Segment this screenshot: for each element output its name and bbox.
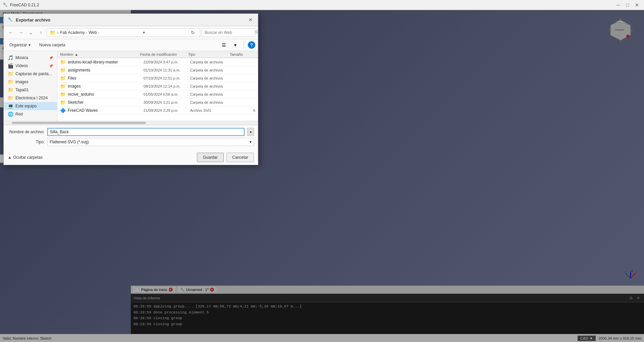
file-dialog: 🔧 Exportar archivo ✕ ← → ⌄ ↑ 📁 « Fab Aca… (3, 13, 258, 165)
window-controls: ─ □ ✕ (614, 1, 641, 9)
breadcrumb-sep-3: › (98, 31, 100, 35)
col-header-date[interactable]: Fecha de modificación (140, 52, 188, 56)
nav-back-button[interactable]: ← (6, 28, 15, 37)
file-date-3: 08/10/2024 12:14 p.m. (144, 84, 190, 88)
hide-folders-label: Ocultar carpetas (13, 155, 43, 160)
file-row[interactable]: 🔷 FreeCAD Waves 21/09/2024 2:29 p.m. Arc… (57, 106, 258, 114)
organize-label: Organizar (9, 43, 27, 47)
filetype-select[interactable]: Flattened SVG (*.svg) ▾ (47, 138, 254, 146)
file-type-6: Archivo SVG (190, 108, 230, 112)
file-icon-1: 📁 (60, 67, 66, 73)
dialog-close-button[interactable]: ✕ (247, 16, 254, 23)
sidebar-videos-label: Vídeos (15, 63, 47, 68)
file-row[interactable]: 📁 images 08/10/2024 12:14 p.m. Carpeta d… (57, 82, 258, 90)
file-icon-4: 📁 (60, 92, 66, 97)
dialog-overlay: 🔧 Exportar archivo ✕ ← → ⌄ ↑ 📁 « Fab Aca… (0, 10, 644, 342)
music-pin: 📌 (49, 56, 53, 60)
help-button[interactable]: ? (248, 41, 255, 49)
sidebar-red-label: Red (15, 112, 53, 116)
col-header-name[interactable]: Nombre ▲ (60, 52, 140, 56)
file-date-0: 22/09/2024 3:47 p.m. (144, 60, 190, 64)
file-date-6: 21/09/2024 2:29 p.m. (144, 108, 190, 112)
file-list: Nombre ▲ Fecha de modificación Tipo Tama… (57, 51, 258, 121)
file-row[interactable]: 📁 Sketcher 30/09/2024 1:21 p.m. Carpeta … (57, 98, 258, 106)
breadcrumb-fab-academy[interactable]: Fab Academy (60, 30, 85, 35)
horizontal-scrollbar[interactable] (4, 121, 258, 125)
new-folder-label: Nueva carpeta (39, 43, 65, 47)
file-name-5: Sketcher (68, 100, 144, 105)
search-icon: 🔍 (255, 30, 260, 35)
hide-folders-toggle[interactable]: ▲ Ocultar carpetas (8, 155, 43, 160)
search-bar: 🔍 (202, 28, 255, 37)
images-icon: 📁 (8, 79, 13, 85)
maximize-button[interactable]: □ (623, 1, 632, 9)
file-type-0: Carpeta de archivos (190, 60, 230, 64)
cancel-button[interactable]: Cancelar (226, 153, 254, 162)
file-name-2: Files (68, 76, 144, 81)
file-row[interactable]: 📁 Files 07/10/2024 12:51 p.m. Carpeta de… (57, 74, 258, 82)
file-type-2: Carpeta de archivos (190, 76, 230, 80)
filename-dropdown[interactable]: ▾ (247, 128, 254, 136)
sidebar-item-capturas[interactable]: 📁 Capturas de panta... (4, 70, 57, 78)
equipo-icon: 💻 (8, 103, 13, 109)
nav-up-button[interactable]: ↑ (37, 28, 45, 37)
videos-icon: 🎬 (8, 63, 13, 68)
col-header-size[interactable]: Tamaño (230, 52, 255, 56)
sidebar-item-music[interactable]: 🎵 Música 📌 (4, 54, 57, 62)
breadcrumb-web[interactable]: Web (89, 30, 97, 35)
filetype-dropdown-icon: ▾ (250, 140, 252, 144)
breadcrumb[interactable]: 📁 « Fab Academy › Web › ▾ ↻ (47, 28, 200, 37)
breadcrumb-sep-2: › (86, 31, 88, 35)
file-name-1: assignments (68, 68, 144, 72)
dialog-footer: ▲ Ocultar carpetas Guardar Cancelar (4, 151, 258, 165)
sidebar-item-videos[interactable]: 🎬 Vídeos 📌 (4, 62, 57, 70)
new-folder-button[interactable]: Nueva carpeta (36, 41, 68, 49)
sidebar-item-tapa[interactable]: 📁 Tapa01 (4, 86, 57, 94)
file-date-1: 01/10/2024 11:31 a.m. (144, 68, 190, 72)
sidebar-tapa-label: Tapa01 (15, 88, 53, 92)
capturas-icon: 📁 (8, 71, 13, 77)
dialog-title-icon: 🔧 (8, 17, 13, 22)
nav-dropdown-button[interactable]: ⌄ (26, 28, 35, 37)
sidebar-item-images[interactable]: 📁 images (4, 78, 57, 86)
organize-button[interactable]: Organizar ▾ (6, 41, 34, 49)
file-name-3: images (68, 84, 144, 89)
file-type-4: Carpeta de archivos (190, 92, 230, 96)
breadcrumb-expand[interactable]: ▾ (143, 30, 145, 35)
sidebar-item-equipo[interactable]: 💻 Este equipo (4, 102, 57, 110)
dialog-title-text: Exportar archivo (16, 17, 245, 22)
file-icon-6: 🔷 (60, 108, 66, 113)
filename-input[interactable] (47, 128, 245, 136)
view-dropdown-button[interactable]: ▾ (231, 41, 239, 49)
sidebar-item-red[interactable]: 🌐 Red (4, 110, 57, 118)
sidebar-item-electronica[interactable]: 📁 Electrónica I 2024 (4, 94, 57, 102)
file-row[interactable]: 📁 recive_arduino 01/05/2024 6:58 a.m. Ca… (57, 90, 258, 98)
nav-bar: ← → ⌄ ↑ 📁 « Fab Academy › Web › ▾ ↻ 🔍 (4, 26, 258, 39)
dialog-sidebar: 🎵 Música 📌 🎬 Vídeos 📌 📁 Capturas de pant… (4, 51, 57, 121)
sidebar-capturas-label: Capturas de panta... (15, 71, 53, 76)
col-header-type[interactable]: Tipo (188, 52, 230, 56)
dialog-main: 🎵 Música 📌 🎬 Vídeos 📌 📁 Capturas de pant… (4, 51, 258, 121)
file-date-5: 30/09/2024 1:21 p.m. (144, 100, 190, 104)
nav-forward-button[interactable]: → (16, 28, 25, 37)
minimize-button[interactable]: ─ (614, 1, 623, 9)
save-button[interactable]: Guardar (197, 153, 224, 162)
view-toggle-button[interactable]: ☰ (219, 41, 228, 49)
sort-arrow: ▲ (74, 52, 78, 56)
filetype-value: Flattened SVG (*.svg) (50, 140, 89, 144)
close-button[interactable]: ✕ (633, 1, 641, 9)
sidebar-equipo-label: Este equipo (15, 104, 53, 108)
file-icon-2: 📁 (60, 76, 66, 81)
breadcrumb-refresh-button[interactable]: ↻ (189, 28, 197, 37)
toolbar-row: Organizar ▾ Nueva carpeta ☰ ▾ ? (4, 39, 258, 51)
column-headers: Nombre ▲ Fecha de modificación Tipo Tama… (57, 51, 258, 58)
filename-row: Nombre de archivo: ▾ (8, 128, 254, 136)
dialog-titlebar: 🔧 Exportar archivo ✕ (4, 14, 258, 26)
file-row[interactable]: 📁 assignments 01/10/2024 11:31 a.m. Carp… (57, 66, 258, 74)
file-icon-0: 📁 (60, 59, 66, 65)
file-name-6: FreeCAD Waves (68, 108, 144, 113)
filetype-label: Tipo: (8, 140, 45, 144)
file-row[interactable]: 📁 arduino-kicad-library-master 22/09/202… (57, 58, 258, 66)
file-type-1: Carpeta de archivos (190, 68, 230, 72)
search-input[interactable] (205, 30, 255, 35)
